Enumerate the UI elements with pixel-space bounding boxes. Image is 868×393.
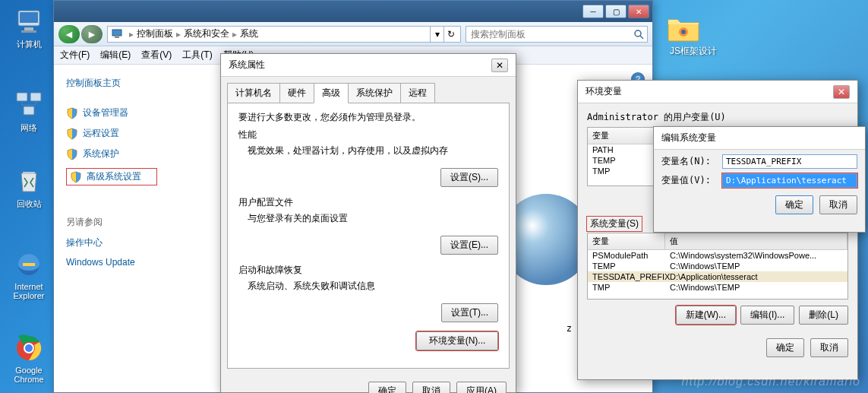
startup-settings-button[interactable]: 设置(T)... <box>441 303 498 322</box>
sidebar-action[interactable]: 操作中心 <box>66 236 213 249</box>
new-button[interactable]: 新建(W)... <box>676 306 736 325</box>
forward-button[interactable]: ► <box>81 25 103 43</box>
sidebar-advanced[interactable]: 高级系统设置 <box>66 168 157 185</box>
svg-rect-13 <box>112 30 122 36</box>
startup-desc: 系统启动、系统失败和调试信息 <box>248 280 498 293</box>
profile-heading: 用户配置文件 <box>238 196 498 209</box>
list-item[interactable]: TEMPC:\Windows\TEMP <box>588 261 847 271</box>
cancel-button[interactable]: 取消 <box>412 382 450 393</box>
desktop-icon-recycle[interactable]: 回收站 <box>6 166 52 210</box>
back-button[interactable]: ◄ <box>58 25 80 43</box>
tab-remote[interactable]: 远程 <box>400 83 435 103</box>
name-label: 变量名(N): <box>661 155 716 168</box>
search-input[interactable] <box>466 27 647 42</box>
folder-icon <box>667 14 720 43</box>
tab-protect[interactable]: 系统保护 <box>348 83 401 103</box>
perf-settings-button[interactable]: 设置(S)... <box>440 168 498 187</box>
tab-hardware[interactable]: 硬件 <box>279 83 314 103</box>
dialog-title[interactable]: 环境变量 ✕ <box>578 81 857 103</box>
breadcrumb[interactable]: ▸ 控制面板 ▸ 系统和安全 ▸ 系统 ▾ ↻ <box>107 26 461 43</box>
desktop-icon-chrome[interactable]: Google Chrome <box>6 333 52 384</box>
minimize-button[interactable]: ─ <box>582 5 604 18</box>
perf-desc: 视觉效果，处理器计划，内存使用，以及虚拟内存 <box>248 144 498 157</box>
sidebar-seealso: 另请参阅 <box>66 216 213 229</box>
env-vars-button[interactable]: 环境变量(N)... <box>416 331 498 350</box>
edit-button[interactable]: 编辑(I)... <box>740 306 794 325</box>
dialog-title[interactable]: 系统属性 ✕ <box>221 54 516 77</box>
sys-vars-list[interactable]: 变量 值 PSModulePathC:\Windows\system32\Win… <box>587 233 848 300</box>
computer-icon <box>14 6 44 36</box>
svg-point-15 <box>635 30 641 36</box>
menu-file[interactable]: 文件(F) <box>60 49 90 62</box>
name-input[interactable] <box>722 154 857 169</box>
close-button[interactable]: ✕ <box>491 59 508 72</box>
perf-heading: 性能 <box>238 128 498 141</box>
svg-point-10 <box>25 344 33 352</box>
sidebar-wu[interactable]: Windows Update <box>66 257 213 268</box>
startup-heading: 启动和故障恢复 <box>238 264 498 277</box>
sidebar-sysprotect[interactable]: 系统保护 <box>66 147 213 160</box>
dialog-footer: 确定 取消 <box>578 332 857 363</box>
label: 回收站 <box>6 198 52 210</box>
refresh-button[interactable]: ↻ <box>443 27 457 42</box>
label: JS框架设计 <box>670 46 717 56</box>
search-box[interactable] <box>466 26 648 43</box>
sidebar-home[interactable]: 控制面板主页 <box>66 77 213 90</box>
value-label: 变量值(V): <box>661 174 716 187</box>
watermark: http://blog.csdn.net/kiramario <box>682 375 860 388</box>
bc-sec[interactable]: 系统和安全 <box>184 27 229 40</box>
sidebar-devmgr[interactable]: 设备管理器 <box>66 106 213 119</box>
cancel-button[interactable]: 取消 <box>819 195 857 214</box>
ok-button[interactable]: 确定 <box>766 338 804 357</box>
list-item[interactable]: PSModulePathC:\Windows\system32\WindowsP… <box>588 250 847 261</box>
svg-rect-6 <box>24 106 34 115</box>
desktop-icon-network[interactable]: 网络 <box>6 90 52 134</box>
ok-button[interactable]: 确定 <box>775 195 813 214</box>
system-properties-dialog: 系统属性 ✕ 计算机名 硬件 高级 系统保护 远程 要进行大多数更改，您必须作为… <box>220 53 516 393</box>
nav-toolbar: ◄ ► ▸ 控制面板 ▸ 系统和安全 ▸ 系统 ▾ ↻ <box>54 22 652 46</box>
menu-view[interactable]: 查看(V) <box>141 49 172 62</box>
desktop-icon-computer[interactable]: 计算机 <box>6 6 52 50</box>
tab-panel: 要进行大多数更改，您必须作为管理员登录。 性能 视觉效果，处理器计划，内存使用，… <box>227 103 510 369</box>
shield-icon <box>66 128 78 140</box>
dialog-title[interactable]: 编辑系统变量 <box>654 127 865 150</box>
maximize-button[interactable]: ▢ <box>605 5 627 18</box>
shield-icon <box>66 107 78 119</box>
tab-computer-name[interactable]: 计算机名 <box>227 83 280 103</box>
col-var[interactable]: 变量 <box>588 233 665 249</box>
value-input[interactable] <box>722 173 857 188</box>
bc-sys[interactable]: 系统 <box>240 27 258 40</box>
sidebar: 控制面板主页 设备管理器 远程设置 系统保护 高级系统设置 另请参阅 操作中心 … <box>54 65 213 392</box>
computer-small-icon <box>111 28 123 40</box>
col-val[interactable]: 值 <box>665 233 847 249</box>
profile-settings-button[interactable]: 设置(E)... <box>440 236 498 255</box>
cancel-button[interactable]: 取消 <box>810 338 848 357</box>
titlebar[interactable]: ─ ▢ ✕ <box>54 1 652 22</box>
apply-button[interactable]: 应用(A) <box>456 382 507 393</box>
desktop-icon-ie[interactable]: Internet Explorer <box>6 249 52 300</box>
desktop-folder-js[interactable]: JS框架设计 <box>667 14 720 58</box>
delete-button[interactable]: 删除(L) <box>799 306 848 325</box>
dialog-footer: 确定 取消 应用(A) <box>221 376 516 393</box>
ie-icon <box>14 249 44 280</box>
svg-rect-14 <box>115 36 119 38</box>
bc-root[interactable]: 控制面板 <box>137 27 173 40</box>
sys-vars-label: 系统变量(S) <box>587 217 642 231</box>
col-var[interactable]: 变量 <box>588 128 656 144</box>
ok-button[interactable]: 确定 <box>368 382 406 393</box>
close-button[interactable]: ✕ <box>833 85 850 99</box>
list-item[interactable]: TMPC:\Windows\TEMP <box>588 282 847 293</box>
tab-advanced[interactable]: 高级 <box>314 83 349 103</box>
label: 网络 <box>6 122 52 134</box>
menu-edit[interactable]: 编辑(E) <box>100 49 131 62</box>
admin-note: 要进行大多数更改，您必须作为管理员登录。 <box>238 111 498 124</box>
label: Google Chrome <box>6 366 52 384</box>
sidebar-remote[interactable]: 远程设置 <box>66 127 213 140</box>
close-button[interactable]: ✕ <box>628 5 649 18</box>
label: Internet Explorer <box>6 282 52 300</box>
breadcrumb-dropdown[interactable]: ▾ <box>430 27 443 42</box>
network-icon <box>14 90 44 120</box>
menu-tools[interactable]: 工具(T) <box>182 49 212 62</box>
list-item[interactable]: TESSDATA_PREFIXD:\Application\tesseract <box>588 271 847 282</box>
svg-point-12 <box>681 30 686 34</box>
